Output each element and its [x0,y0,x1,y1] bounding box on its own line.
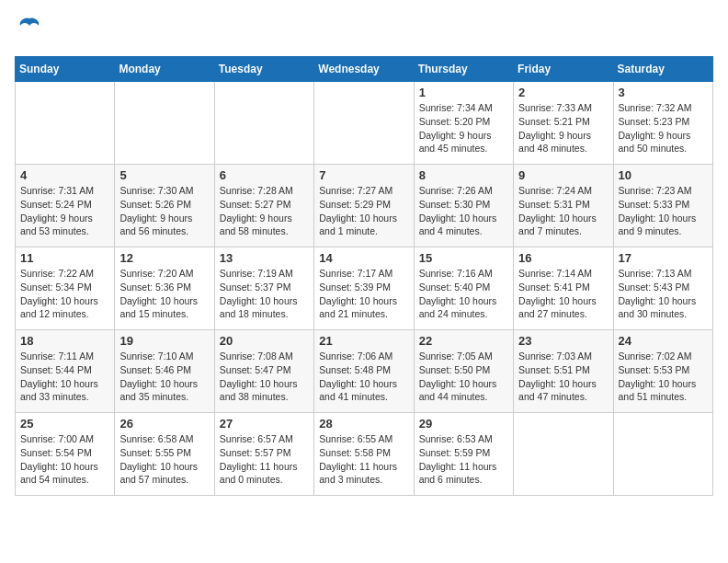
week-row-5: 25Sunrise: 7:00 AMSunset: 5:54 PMDayligh… [16,413,713,496]
day-number: 10 [619,168,708,182]
calendar-cell: 18Sunrise: 7:11 AMSunset: 5:44 PMDayligh… [16,330,115,413]
day-info: Sunrise: 7:03 AMSunset: 5:51 PMDaylight:… [518,350,608,404]
calendar-cell: 12Sunrise: 7:20 AMSunset: 5:36 PMDayligh… [115,247,214,330]
day-info: Sunrise: 7:24 AMSunset: 5:31 PMDaylight:… [518,184,608,238]
calendar-cell: 10Sunrise: 7:23 AMSunset: 5:33 PMDayligh… [613,165,712,247]
calendar-cell [514,413,613,496]
day-number: 5 [119,168,209,182]
calendar-cell [214,82,313,165]
day-number: 17 [619,251,708,265]
day-info: Sunrise: 7:34 AMSunset: 5:20 PMDaylight:… [419,101,508,155]
day-number: 12 [119,251,209,265]
day-number: 21 [319,334,408,348]
day-number: 19 [119,334,209,348]
day-number: 9 [518,168,608,182]
day-info: Sunrise: 7:17 AMSunset: 5:39 PMDaylight:… [319,267,408,321]
week-row-3: 11Sunrise: 7:22 AMSunset: 5:34 PMDayligh… [16,247,713,330]
day-info: Sunrise: 6:58 AMSunset: 5:55 PMDaylight:… [119,432,209,487]
day-info: Sunrise: 7:26 AMSunset: 5:30 PMDaylight:… [419,184,508,238]
day-info: Sunrise: 7:22 AMSunset: 5:34 PMDaylight:… [20,267,109,321]
calendar-cell: 19Sunrise: 7:10 AMSunset: 5:46 PMDayligh… [115,330,214,413]
calendar-cell [613,413,712,496]
calendar-table: SundayMondayTuesdayWednesdayThursdayFrid… [15,56,713,496]
day-number: 18 [20,334,109,348]
day-number: 23 [518,334,608,348]
calendar-cell: 14Sunrise: 7:17 AMSunset: 5:39 PMDayligh… [314,247,414,330]
day-number: 1 [419,86,508,99]
calendar-cell: 25Sunrise: 7:00 AMSunset: 5:54 PMDayligh… [16,413,115,496]
weekday-header-saturday: Saturday [613,57,712,82]
calendar-cell: 24Sunrise: 7:02 AMSunset: 5:53 PMDayligh… [613,330,712,413]
day-info: Sunrise: 7:31 AMSunset: 5:24 PMDaylight:… [20,184,109,238]
weekday-header-friday: Friday [514,57,613,82]
day-number: 11 [20,251,109,265]
day-info: Sunrise: 7:32 AMSunset: 5:23 PMDaylight:… [619,101,708,155]
calendar-cell [115,82,214,165]
calendar-cell: 7Sunrise: 7:27 AMSunset: 5:29 PMDaylight… [314,165,414,247]
calendar-cell: 21Sunrise: 7:06 AMSunset: 5:48 PMDayligh… [314,330,414,413]
calendar-cell: 13Sunrise: 7:19 AMSunset: 5:37 PMDayligh… [214,247,313,330]
day-info: Sunrise: 7:13 AMSunset: 5:43 PMDaylight:… [619,267,708,321]
day-info: Sunrise: 7:30 AMSunset: 5:26 PMDaylight:… [119,184,209,238]
day-info: Sunrise: 7:27 AMSunset: 5:29 PMDaylight:… [319,184,408,238]
day-info: Sunrise: 7:11 AMSunset: 5:44 PMDaylight:… [20,350,109,404]
logo-text [15,15,42,45]
day-info: Sunrise: 7:28 AMSunset: 5:27 PMDaylight:… [220,184,309,238]
day-info: Sunrise: 7:19 AMSunset: 5:37 PMDaylight:… [220,267,309,321]
day-info: Sunrise: 7:05 AMSunset: 5:50 PMDaylight:… [419,350,508,404]
day-info: Sunrise: 7:14 AMSunset: 5:41 PMDaylight:… [518,267,608,321]
day-number: 22 [419,334,508,348]
day-number: 7 [319,168,408,182]
weekday-header-wednesday: Wednesday [314,57,414,82]
calendar-cell: 1Sunrise: 7:34 AMSunset: 5:20 PMDaylight… [414,82,513,165]
week-row-4: 18Sunrise: 7:11 AMSunset: 5:44 PMDayligh… [16,330,713,413]
calendar-cell: 27Sunrise: 6:57 AMSunset: 5:57 PMDayligh… [214,413,313,496]
week-row-1: 1Sunrise: 7:34 AMSunset: 5:20 PMDaylight… [16,82,713,165]
day-number: 8 [419,168,508,182]
day-info: Sunrise: 7:02 AMSunset: 5:53 PMDaylight:… [619,350,708,404]
calendar-cell: 26Sunrise: 6:58 AMSunset: 5:55 PMDayligh… [115,413,214,496]
day-info: Sunrise: 6:57 AMSunset: 5:57 PMDaylight:… [220,432,309,487]
day-number: 14 [319,251,408,265]
weekday-header-tuesday: Tuesday [214,57,313,82]
day-number: 3 [619,86,708,99]
day-number: 16 [518,251,608,265]
day-number: 29 [419,417,508,431]
day-number: 4 [20,168,109,182]
day-info: Sunrise: 7:16 AMSunset: 5:40 PMDaylight:… [419,267,508,321]
day-number: 28 [319,417,408,431]
day-number: 2 [518,86,608,99]
calendar-cell: 4Sunrise: 7:31 AMSunset: 5:24 PMDaylight… [16,165,115,247]
day-info: Sunrise: 7:06 AMSunset: 5:48 PMDaylight:… [319,350,408,404]
weekday-header-row: SundayMondayTuesdayWednesdayThursdayFrid… [16,57,713,82]
day-number: 24 [619,334,708,348]
calendar-cell: 22Sunrise: 7:05 AMSunset: 5:50 PMDayligh… [414,330,513,413]
calendar-cell: 20Sunrise: 7:08 AMSunset: 5:47 PMDayligh… [214,330,313,413]
day-info: Sunrise: 7:08 AMSunset: 5:47 PMDaylight:… [220,350,309,404]
page-header [15,15,713,45]
logo-bird-icon [17,15,42,40]
calendar-cell: 29Sunrise: 6:53 AMSunset: 5:59 PMDayligh… [414,413,513,496]
weekday-header-monday: Monday [115,57,214,82]
calendar-cell: 3Sunrise: 7:32 AMSunset: 5:23 PMDaylight… [613,82,712,165]
day-info: Sunrise: 6:55 AMSunset: 5:58 PMDaylight:… [319,432,408,487]
day-number: 25 [20,417,109,431]
calendar-cell: 17Sunrise: 7:13 AMSunset: 5:43 PMDayligh… [613,247,712,330]
day-info: Sunrise: 7:20 AMSunset: 5:36 PMDaylight:… [119,267,209,321]
day-number: 27 [220,417,309,431]
day-info: Sunrise: 6:53 AMSunset: 5:59 PMDaylight:… [419,432,508,487]
day-info: Sunrise: 7:23 AMSunset: 5:33 PMDaylight:… [619,184,708,238]
day-info: Sunrise: 7:00 AMSunset: 5:54 PMDaylight:… [20,432,109,487]
calendar-cell: 5Sunrise: 7:30 AMSunset: 5:26 PMDaylight… [115,165,214,247]
day-number: 13 [220,251,309,265]
day-number: 15 [419,251,508,265]
calendar-cell: 2Sunrise: 7:33 AMSunset: 5:21 PMDaylight… [514,82,613,165]
day-info: Sunrise: 7:10 AMSunset: 5:46 PMDaylight:… [119,350,209,404]
calendar-cell: 9Sunrise: 7:24 AMSunset: 5:31 PMDaylight… [514,165,613,247]
calendar-cell: 8Sunrise: 7:26 AMSunset: 5:30 PMDaylight… [414,165,513,247]
calendar-cell: 11Sunrise: 7:22 AMSunset: 5:34 PMDayligh… [16,247,115,330]
day-number: 26 [119,417,209,431]
calendar-cell: 15Sunrise: 7:16 AMSunset: 5:40 PMDayligh… [414,247,513,330]
logo [15,15,42,45]
calendar-cell [16,82,115,165]
